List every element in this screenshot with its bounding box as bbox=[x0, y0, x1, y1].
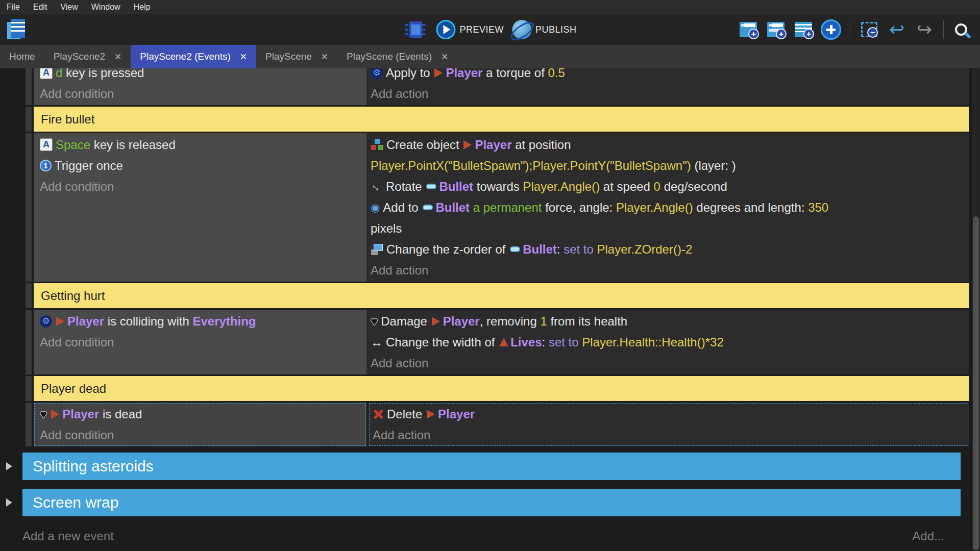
add-action-button[interactable]: Add action bbox=[371, 83, 965, 104]
event-row: d key is pressedAdd conditionApply to Pl… bbox=[26, 68, 969, 105]
main-toolbar: PREVIEW PUBLISH + + + − bbox=[0, 14, 980, 45]
event-drag-handle[interactable] bbox=[26, 133, 32, 282]
action-line[interactable]: Add to Bullet a permanent force, angle: … bbox=[371, 197, 965, 218]
add-comment-button[interactable]: + bbox=[791, 17, 816, 42]
player-ship-icon bbox=[51, 410, 59, 419]
gdevelop-window: File Edit View Window Help PREVIEW PUBLI… bbox=[0, 0, 980, 551]
add-event-button[interactable]: + bbox=[736, 17, 761, 42]
condition-line[interactable]: Player is colliding with Everything bbox=[40, 311, 362, 332]
add-button[interactable]: Add... bbox=[912, 529, 944, 543]
text-segment: 350 bbox=[808, 201, 828, 215]
action-line[interactable]: Rotate Bullet towards Player.Angle() at … bbox=[371, 176, 965, 197]
event-drag-handle[interactable] bbox=[26, 283, 32, 308]
tab-home[interactable]: Home bbox=[0, 45, 44, 68]
conditions-cell: Player is colliding with EverythingAdd c… bbox=[34, 310, 366, 374]
resize-width-icon bbox=[371, 335, 383, 349]
scrollbar-thumb[interactable] bbox=[973, 216, 979, 550]
menu-item-help[interactable]: Help bbox=[127, 3, 157, 12]
close-icon[interactable]: ✕ bbox=[321, 52, 328, 62]
text-segment: Player bbox=[438, 407, 475, 421]
action-line[interactable]: Change the width of Lives: set to Player… bbox=[371, 332, 965, 353]
physics-icon bbox=[40, 315, 52, 328]
text-segment: force, angle: bbox=[542, 201, 616, 215]
create-object-icon bbox=[371, 138, 383, 151]
action-line[interactable]: Change the z-order of Bullet: set to Pla… bbox=[371, 239, 965, 260]
tab-playscene2-events[interactable]: PlayScene2 (Events) ✕ bbox=[131, 45, 256, 68]
debug-button[interactable] bbox=[403, 17, 428, 42]
close-icon[interactable]: ✕ bbox=[441, 52, 448, 62]
keyboard-key-icon bbox=[40, 138, 53, 151]
event-drag-handle[interactable] bbox=[26, 376, 32, 401]
menu-item-window[interactable]: Window bbox=[85, 3, 127, 12]
toolbar-separator bbox=[850, 20, 850, 39]
delete-selection-button[interactable]: − bbox=[857, 17, 881, 42]
menu-item-file[interactable]: File bbox=[0, 3, 27, 12]
event-drag-handle[interactable] bbox=[26, 68, 32, 105]
action-line[interactable]: Player.PointX("BulletSpawn");Player.Poin… bbox=[371, 155, 965, 176]
publish-button[interactable]: PUBLISH bbox=[512, 20, 577, 39]
text-segment: degrees and length: bbox=[693, 201, 808, 215]
add-condition-button[interactable]: Add condition bbox=[40, 332, 362, 353]
add-action-button[interactable]: Add action bbox=[373, 424, 965, 445]
text-segment: d bbox=[56, 68, 62, 80]
action-line[interactable]: Delete Player bbox=[373, 404, 965, 424]
add-sub-event-button[interactable]: + bbox=[764, 17, 788, 42]
preview-button[interactable]: PREVIEW bbox=[436, 20, 504, 39]
comment-row: Player dead bbox=[26, 376, 969, 401]
text-segment: Space bbox=[56, 138, 90, 152]
actions-cell: Create object Player at positionPlayer.P… bbox=[366, 133, 969, 282]
condition-line[interactable]: Trigger once bbox=[40, 155, 362, 176]
text-segment: a torque of bbox=[482, 68, 548, 80]
group-row: Splitting asteroids bbox=[6, 453, 961, 480]
menu-item-view[interactable]: View bbox=[54, 3, 84, 12]
group-row: Screen wrap bbox=[6, 489, 961, 516]
menu-item-edit[interactable]: Edit bbox=[27, 3, 54, 12]
text-segment: Player.Angle() bbox=[523, 180, 600, 194]
actions-cell: Apply to Player a torque of 0.5Add actio… bbox=[366, 68, 969, 105]
condition-line[interactable]: Player is dead bbox=[40, 404, 362, 424]
tab-playscene2[interactable]: PlayScene2 ✕ bbox=[44, 45, 131, 68]
condition-line[interactable]: d key is pressed bbox=[40, 68, 362, 83]
redo-button[interactable]: ↪ bbox=[912, 17, 937, 42]
close-icon[interactable]: ✕ bbox=[114, 52, 121, 62]
event-drag-handle[interactable] bbox=[26, 403, 32, 446]
action-line[interactable]: pixels bbox=[371, 218, 965, 239]
add-action-button[interactable]: Add action bbox=[371, 260, 965, 281]
tab-playscene-events[interactable]: PlayScene (Events) ✕ bbox=[337, 45, 457, 68]
comment-bar[interactable]: Getting hurt bbox=[34, 283, 969, 308]
action-line[interactable]: Damage Player, removing 1 from its healt… bbox=[371, 311, 965, 332]
action-line[interactable]: Apply to Player a torque of 0.5 bbox=[371, 68, 965, 83]
trigger-once-icon bbox=[40, 160, 52, 171]
event-group-bar[interactable]: Splitting asteroids bbox=[22, 453, 961, 480]
collapse-arrow-icon[interactable] bbox=[6, 462, 12, 470]
action-line[interactable]: Create object Player at position bbox=[371, 134, 965, 155]
preview-label: PREVIEW bbox=[459, 24, 504, 35]
event-group-bar[interactable]: Screen wrap bbox=[22, 489, 961, 516]
vertical-scrollbar[interactable] bbox=[972, 68, 980, 551]
add-condition-button[interactable]: Add condition bbox=[40, 83, 362, 104]
text-segment: Add to bbox=[383, 201, 422, 215]
undo-button[interactable]: ↩ bbox=[885, 17, 909, 42]
add-condition-button[interactable]: Add condition bbox=[40, 176, 362, 197]
event-row: Space key is releasedTrigger onceAdd con… bbox=[26, 133, 969, 282]
add-new-event-button[interactable]: Add a new event bbox=[22, 529, 114, 543]
comment-bar[interactable]: Player dead bbox=[34, 376, 969, 401]
text-segment: Change the z-order of bbox=[386, 242, 509, 257]
add-condition-button[interactable]: Add condition bbox=[40, 424, 362, 445]
comment-row: Fire bullet bbox=[26, 107, 969, 132]
bullet-icon bbox=[426, 184, 436, 189]
text-segment: 0 bbox=[654, 180, 660, 194]
condition-line[interactable]: Space key is released bbox=[40, 134, 362, 155]
add-action-button[interactable]: Add action bbox=[371, 353, 965, 373]
project-manager-button[interactable] bbox=[5, 17, 30, 42]
add-new-button[interactable] bbox=[819, 17, 843, 42]
event-drag-handle[interactable] bbox=[26, 310, 32, 374]
search-button[interactable] bbox=[950, 17, 975, 42]
event-drag-handle[interactable] bbox=[26, 107, 32, 132]
delete-icon bbox=[373, 409, 384, 420]
close-icon[interactable]: ✕ bbox=[240, 52, 247, 62]
collapse-arrow-icon[interactable] bbox=[6, 498, 12, 507]
comment-bar[interactable]: Fire bullet bbox=[34, 107, 969, 132]
player-ship-icon bbox=[434, 68, 443, 78]
tab-playscene[interactable]: PlayScene ✕ bbox=[256, 45, 337, 68]
